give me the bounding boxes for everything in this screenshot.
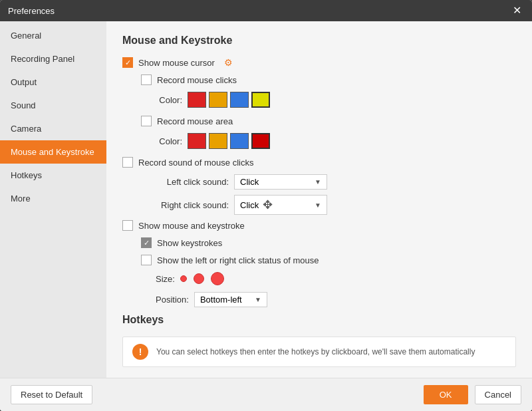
preferences-window: Preferences ✕ General Recording Panel Ou… — [0, 0, 532, 411]
sidebar-item-camera[interactable]: Camera — [0, 117, 106, 140]
footer: Reset to Default OK Cancel — [0, 378, 532, 411]
click-color-orange[interactable] — [209, 92, 227, 108]
sidebar-item-more[interactable]: More — [0, 187, 106, 210]
show-cursor-row: ✓ Show mouse cursor ⚙ — [122, 57, 516, 68]
show-keystrokes-checkbox[interactable]: ✓ — [141, 237, 152, 248]
size-row: Size: — [156, 272, 516, 285]
click-color-label: Color: — [156, 95, 182, 105]
show-lr-row: Show the left or right click status of m… — [141, 255, 516, 265]
record-clicks-row: Record mouse clicks — [141, 74, 516, 85]
area-color-red[interactable] — [188, 133, 206, 149]
left-click-sound-row: Left click sound: Click ▼ — [156, 174, 516, 190]
ok-button[interactable]: OK — [424, 385, 468, 404]
record-area-checkbox[interactable] — [141, 116, 152, 126]
click-color-yellow[interactable] — [251, 92, 270, 108]
main-content: General Recording Panel Output Sound Cam… — [0, 21, 532, 378]
titlebar: Preferences ✕ — [0, 0, 532, 21]
show-keystroke-checkbox[interactable] — [122, 220, 133, 231]
click-color-red[interactable] — [188, 92, 206, 108]
area-color-blue[interactable] — [230, 133, 249, 149]
hotkeys-info-box: ! You can select hotkeys then enter the … — [122, 337, 516, 367]
area-color-label: Color: — [156, 136, 182, 146]
cancel-button[interactable]: Cancel — [475, 385, 521, 404]
show-lr-label: Show the left or right click status of m… — [157, 255, 319, 265]
show-cursor-checkbox[interactable]: ✓ — [122, 57, 133, 68]
size-small[interactable] — [180, 275, 187, 282]
sidebar-item-mouse-keystroke[interactable]: Mouse and Keystroke — [0, 140, 106, 164]
right-click-sound-row: Right click sound: Click ✥ ▼ — [156, 195, 516, 215]
mouse-section-title: Mouse and Keystroke — [122, 35, 516, 47]
size-large-circle — [211, 272, 224, 285]
left-click-label: Left click sound: — [156, 177, 229, 187]
size-label: Size: — [156, 274, 175, 284]
sidebar: General Recording Panel Output Sound Cam… — [0, 21, 106, 378]
window-title: Preferences — [8, 6, 55, 16]
hotkeys-section: Hotkeys ! You can select hotkeys then en… — [122, 314, 516, 367]
click-color-row: Color: — [156, 92, 516, 108]
sidebar-item-sound[interactable]: Sound — [0, 94, 106, 117]
position-dropdown[interactable]: Bottom-left ▼ — [194, 292, 267, 307]
reset-button[interactable]: Reset to Default — [11, 385, 92, 404]
hotkeys-section-title: Hotkeys — [122, 314, 516, 326]
right-click-arrow: ▼ — [315, 202, 321, 209]
show-cursor-label: Show mouse cursor — [138, 58, 215, 68]
area-color-darkred[interactable] — [251, 133, 270, 149]
click-color-blue[interactable] — [230, 92, 249, 108]
sidebar-item-general[interactable]: General — [0, 24, 106, 47]
show-keystrokes-row: ✓ Show keystrokes — [141, 237, 516, 248]
record-sound-label: Record sound of mouse clicks — [138, 158, 253, 168]
record-clicks-label: Record mouse clicks — [157, 75, 237, 85]
position-row: Position: Bottom-left ▼ — [156, 292, 516, 307]
gear-icon[interactable]: ⚙ — [224, 57, 233, 68]
position-value: Bottom-left — [200, 295, 242, 305]
sidebar-item-output[interactable]: Output — [0, 70, 106, 94]
hotkeys-info-text: You can select hotkeys then enter the ho… — [156, 347, 475, 356]
footer-actions: OK Cancel — [424, 385, 521, 404]
show-lr-checkbox[interactable] — [141, 255, 152, 265]
left-click-value: Click — [240, 177, 259, 187]
show-keystroke-label: Show mouse and keystroke — [138, 221, 245, 231]
record-area-row: Record mouse area — [141, 116, 516, 126]
size-medium[interactable] — [194, 273, 204, 284]
sidebar-item-hotkeys[interactable]: Hotkeys — [0, 164, 106, 187]
show-keystrokes-label: Show keystrokes — [157, 238, 222, 248]
area-color-row: Color: — [156, 133, 516, 149]
right-click-value: Click — [240, 200, 259, 210]
area-color-orange[interactable] — [209, 133, 227, 149]
right-click-label: Right click sound: — [156, 200, 229, 210]
left-click-dropdown[interactable]: Click ▼ — [234, 174, 327, 190]
size-medium-circle — [194, 273, 204, 284]
size-small-circle — [180, 275, 187, 282]
record-area-label: Record mouse area — [157, 116, 233, 126]
right-click-dropdown[interactable]: Click ✥ ▼ — [234, 195, 327, 215]
position-arrow: ▼ — [255, 296, 261, 303]
move-cursor-icon: ✥ — [263, 198, 273, 212]
close-button[interactable]: ✕ — [510, 5, 524, 16]
info-icon: ! — [132, 344, 148, 360]
size-large[interactable] — [211, 272, 224, 285]
record-sound-row: Record sound of mouse clicks — [122, 157, 516, 168]
record-clicks-checkbox[interactable] — [141, 74, 152, 85]
sidebar-item-recording-panel[interactable]: Recording Panel — [0, 47, 106, 70]
main-panel: Mouse and Keystroke ✓ Show mouse cursor … — [106, 21, 532, 378]
left-click-arrow: ▼ — [315, 178, 321, 186]
position-label: Position: — [156, 295, 189, 305]
record-sound-checkbox[interactable] — [122, 157, 133, 168]
show-keystroke-row: Show mouse and keystroke — [122, 220, 516, 231]
